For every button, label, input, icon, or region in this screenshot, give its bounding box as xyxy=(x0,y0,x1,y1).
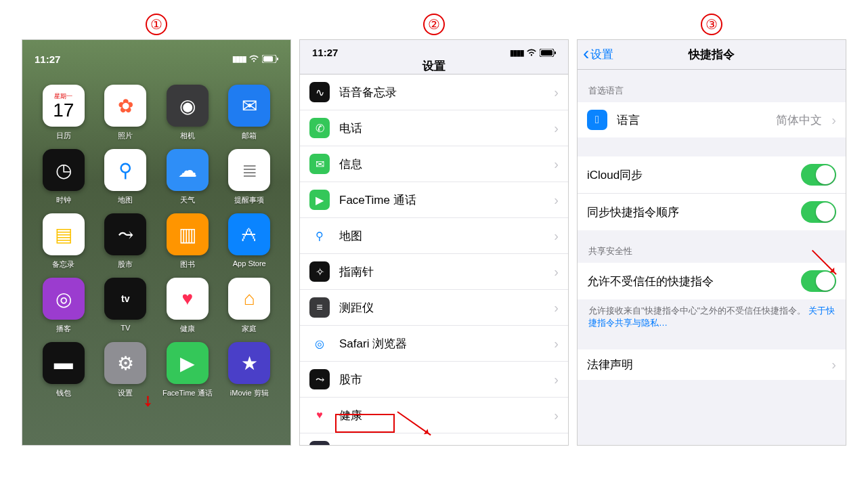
step-badge-1: ① xyxy=(146,14,167,35)
app-日历[interactable]: 星期一17日历 xyxy=(35,85,93,141)
row-label: 同步快捷指令顺序 xyxy=(587,205,791,220)
settings-row-地图[interactable]: ⚲地图› xyxy=(300,218,568,254)
step-2-wrap: ② 11:27 ▮▮▮▮ 设置 ∿语音备忘录›✆电话›✉信息›▶FaceTime… xyxy=(299,14,569,446)
globe-icon: 𖥂 xyxy=(587,110,607,130)
app-健康[interactable]: ♥健康 xyxy=(158,278,217,334)
app-相机[interactable]: ◉相机 xyxy=(158,85,217,141)
app-播客[interactable]: ◎播客 xyxy=(35,278,93,334)
row-icon: ≡ xyxy=(309,297,330,318)
settings-row-电话[interactable]: ✆电话› xyxy=(300,110,568,146)
row-label: FaceTime 通话 xyxy=(339,192,544,208)
row-label: 测距仪 xyxy=(339,300,544,316)
row-icon: ⤳ xyxy=(309,369,330,389)
panel-home-screen: 11:27 ▮▮▮▮ 星期一17日历✿照片◉相机✉邮箱◷时钟⚲地图☁天气≣提醒事… xyxy=(22,39,291,446)
app-邮箱[interactable]: ✉邮箱 xyxy=(221,85,279,141)
app-设置[interactable]: ⚙设置 xyxy=(97,342,155,398)
app-App Store[interactable]: ⩜App Store xyxy=(221,213,279,270)
chevron-right-icon: › xyxy=(554,85,559,100)
app-地图[interactable]: ⚲地图 xyxy=(97,149,155,205)
settings-row-指南针[interactable]: ✧指南针› xyxy=(300,254,568,290)
nav-bar: 设置 快捷指令 xyxy=(578,40,846,70)
chevron-right-icon: › xyxy=(831,357,836,373)
toggle-sync-order[interactable] xyxy=(801,201,836,223)
app-icon: ▤ xyxy=(43,213,85,255)
row-label: 健康 xyxy=(339,408,544,423)
settings-row-信息[interactable]: ✉信息› xyxy=(300,146,568,182)
row-label: 语言 xyxy=(617,112,766,128)
row-legal[interactable]: 法律声明 › xyxy=(578,349,846,380)
row-icon: ⧉ xyxy=(309,441,330,446)
settings-row-股市[interactable]: ⤳股市› xyxy=(300,362,568,398)
nav-title: 快捷指令 xyxy=(689,47,735,62)
app-备忘录[interactable]: ▤备忘录 xyxy=(35,213,93,270)
settings-row-健康[interactable]: ♥健康› xyxy=(300,398,568,433)
settings-row-测距仪[interactable]: ≡测距仪› xyxy=(300,290,568,326)
step-3-wrap: ③ 设置 快捷指令 首选语言 𖥂 语言 简体中文 › xyxy=(577,14,846,446)
row-icon: ⚲ xyxy=(309,226,330,246)
group-footer-security: 允许接收来自"快捷指令中心"之外的不受信任快捷指令。 关于快捷指令共享与隐私… xyxy=(578,299,846,339)
status-bar: 11:27 ▮▮▮▮ xyxy=(300,40,568,58)
app-FaceTime 通话[interactable]: ▶FaceTime 通话 xyxy=(158,342,217,398)
app-label: TV xyxy=(121,324,130,332)
chevron-right-icon: › xyxy=(554,228,559,244)
app-股市[interactable]: ⤳股市 xyxy=(97,213,155,270)
app-icon: ✉ xyxy=(228,85,270,127)
app-icon: ⚙ xyxy=(104,342,146,384)
app-时钟[interactable]: ◷时钟 xyxy=(35,149,93,205)
app-家庭[interactable]: ⌂家庭 xyxy=(221,278,279,334)
group-header-security: 共享安全性 xyxy=(578,230,846,263)
row-icon: ▶ xyxy=(309,190,330,210)
home-screen-grid: 星期一17日历✿照片◉相机✉邮箱◷时钟⚲地图☁天气≣提醒事项▤备忘录⤳股市▥图书… xyxy=(22,66,290,398)
row-label: 语音备忘录 xyxy=(339,85,544,100)
row-icon: ✧ xyxy=(309,261,330,282)
chevron-right-icon: › xyxy=(554,264,559,280)
app-iMovie 剪辑[interactable]: ★iMovie 剪辑 xyxy=(221,342,279,398)
app-label: 日历 xyxy=(56,131,71,141)
app-提醒事项[interactable]: ≣提醒事项 xyxy=(221,149,279,205)
app-钱包[interactable]: ▬钱包 xyxy=(35,342,93,398)
svg-rect-2 xyxy=(277,58,278,60)
chevron-right-icon: › xyxy=(554,444,559,446)
app-TV[interactable]: tvTV xyxy=(97,278,155,334)
settings-row-Safari 浏览器[interactable]: ◎Safari 浏览器› xyxy=(300,326,568,362)
step-badge-2: ② xyxy=(423,14,445,35)
svg-rect-5 xyxy=(555,51,556,54)
nav-back-button[interactable]: 设置 xyxy=(583,47,613,62)
app-图书[interactable]: ▥图书 xyxy=(158,213,217,270)
app-照片[interactable]: ✿照片 xyxy=(97,85,155,141)
settings-row-FaceTime 通话[interactable]: ▶FaceTime 通话› xyxy=(300,182,568,218)
row-label: Safari 浏览器 xyxy=(339,336,544,352)
app-label: 钱包 xyxy=(56,388,71,398)
settings-row-快捷指令[interactable]: ⧉快捷指令› xyxy=(300,433,568,446)
app-icon: ◎ xyxy=(43,278,85,320)
app-icon: ▶ xyxy=(167,342,209,384)
chevron-right-icon: › xyxy=(554,121,559,136)
row-label: 股市 xyxy=(339,372,544,387)
toggle-icloud-sync[interactable] xyxy=(801,164,836,186)
nav-back-label: 设置 xyxy=(590,47,613,62)
app-icon: tv xyxy=(104,278,146,320)
app-icon: ◷ xyxy=(43,149,85,191)
nav-title: 设置 xyxy=(422,58,446,74)
chevron-right-icon: › xyxy=(554,408,559,423)
row-language[interactable]: 𖥂 语言 简体中文 › xyxy=(578,102,846,137)
row-label: 电话 xyxy=(339,121,544,136)
panel-shortcuts-detail: 设置 快捷指令 首选语言 𖥂 语言 简体中文 › iCloud同步 xyxy=(577,39,846,446)
settings-row-语音备忘录[interactable]: ∿语音备忘录› xyxy=(300,75,568,110)
row-icon: ✉ xyxy=(309,154,330,174)
panel-settings-list: 11:27 ▮▮▮▮ 设置 ∿语音备忘录›✆电话›✉信息›▶FaceTime 通… xyxy=(299,39,569,446)
footer-text: 允许接收来自"快捷指令中心"之外的不受信任快捷指令。 xyxy=(588,305,806,316)
row-icon: ✆ xyxy=(309,118,330,138)
app-label: 照片 xyxy=(118,131,133,141)
app-label: 相机 xyxy=(180,131,195,141)
row-label: iCloud同步 xyxy=(587,167,791,183)
wifi-icon xyxy=(526,49,537,57)
svg-rect-4 xyxy=(541,50,552,56)
app-天气[interactable]: ☁天气 xyxy=(158,149,217,205)
app-icon: ≣ xyxy=(228,149,270,191)
app-label: iMovie 剪辑 xyxy=(230,388,269,398)
app-icon: ♥ xyxy=(167,278,209,320)
row-label: 信息 xyxy=(339,156,544,172)
status-icons: ▮▮▮▮ xyxy=(510,48,556,58)
nav-bar: 设置 xyxy=(300,58,568,75)
